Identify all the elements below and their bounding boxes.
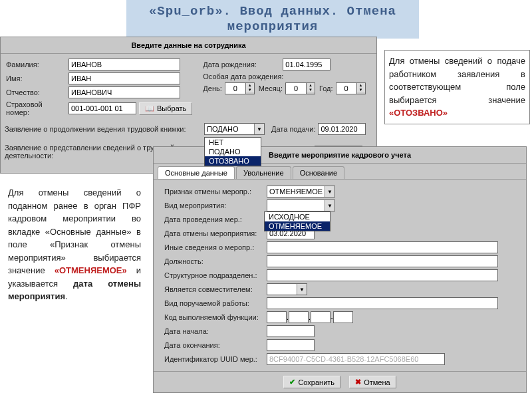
input-func2[interactable] [289, 311, 309, 323]
button-bar: ✔Сохранить ✖Отмена [154, 371, 526, 392]
dd-combined[interactable] [267, 283, 307, 295]
input-uuid [267, 353, 445, 365]
input-start[interactable] [267, 325, 315, 337]
spin-month[interactable]: ▲▼ [285, 82, 315, 94]
lbl-day: День: [203, 84, 224, 92]
lbl-func: Код выполняемой функции: [164, 313, 267, 321]
lbl-combined: Является совместителем: [164, 285, 267, 293]
lbl-month: Месяц: [259, 84, 285, 92]
input-assigned[interactable] [267, 297, 498, 309]
lbl-position: Должность: [164, 257, 267, 265]
input-func3[interactable] [311, 311, 331, 323]
note-right: Для отмены сведений о подаче работником … [384, 50, 530, 124]
input-position[interactable] [267, 255, 498, 267]
up-icon[interactable]: ▲ [307, 83, 315, 88]
spin-year[interactable]: ▲▼ [336, 82, 366, 94]
lbl-uuid: Идентификатор UUID мер.: [164, 355, 267, 363]
dd-type[interactable] [267, 200, 335, 211]
up-icon[interactable]: ▲ [357, 83, 365, 88]
lbl-surname: Фамилия: [6, 61, 68, 68]
input-snils[interactable] [68, 102, 136, 114]
lbl-end: Дата окончания: [164, 341, 267, 349]
down-icon[interactable]: ▼ [307, 88, 315, 92]
dd-cancelflag[interactable]: ОТМЕНЯЕМОЕ [267, 186, 335, 198]
down-icon[interactable]: ▼ [357, 88, 365, 92]
lbl-start: Дата начала: [164, 327, 267, 335]
dd-opt[interactable]: ИСХОДНОЕ [265, 212, 330, 221]
input-year[interactable] [336, 82, 357, 94]
win1-title: Введите данные на сотрудника [1, 37, 376, 54]
window-event: Введите мероприятие кадрового учета Осно… [153, 146, 527, 393]
lbl-date-cancel: Дата отмены мероприятия: [164, 229, 267, 237]
input-func1[interactable] [267, 311, 287, 323]
lbl-name: Имя: [6, 74, 68, 82]
input-date1[interactable] [318, 123, 366, 135]
lbl-patronymic: Отчество: [6, 88, 68, 96]
cancel-button[interactable]: ✖Отмена [349, 376, 396, 388]
x-icon: ✖ [355, 378, 361, 386]
save-button[interactable]: ✔Сохранить [283, 376, 340, 388]
dd-stmt2-list[interactable]: НЕТ ПОДАНО ОТОЗВАНО [204, 137, 261, 166]
panel-main: Признак отмены меропр.: ОТМЕНЯЕМОЕ Вид м… [154, 180, 526, 371]
note-left: Для отмены сведений о поданном ранее в о… [8, 186, 141, 303]
dd-opt[interactable]: НЕТ [205, 138, 261, 147]
input-surname[interactable] [68, 59, 180, 70]
lbl-assigned: Вид поручаемой работы: [164, 299, 267, 307]
lbl-year: Год: [319, 84, 336, 92]
lbl-cancelflag: Признак отмены меропр.: [164, 188, 267, 196]
input-end[interactable] [267, 339, 315, 351]
book-icon: 📖 [145, 104, 154, 113]
input-name[interactable] [68, 72, 180, 84]
dd-opt-selected[interactable]: ОТМЕНЯЕМОЕ [265, 221, 330, 231]
spin-day[interactable]: ▲▼ [225, 82, 255, 94]
tab-dismissal[interactable]: Увольнение [236, 166, 291, 179]
lbl-type: Вид мероприятия: [164, 201, 267, 209]
hl-otozvano: «ОТОЗВАНО» [389, 108, 448, 118]
dd-stmt1[interactable]: ПОДАНО [204, 123, 265, 135]
slide-title: «Spu_orb». Ввод данных. Отмена мероприят… [126, 0, 419, 39]
input-other[interactable] [267, 241, 498, 253]
down-icon[interactable]: ▼ [246, 88, 254, 92]
lbl-date-event: Дата проведения мер.: [164, 215, 267, 223]
select-label: Выбрать [157, 104, 186, 112]
lbl-birth: Дата рождения: [203, 61, 283, 68]
input-birth[interactable] [283, 59, 331, 70]
lbl-date1: Дата подачи: [271, 125, 318, 133]
save-label: Сохранить [298, 378, 334, 386]
lbl-other: Иные сведения о меропр.: [164, 243, 267, 251]
up-icon[interactable]: ▲ [246, 83, 254, 88]
input-patronymic[interactable] [68, 86, 180, 98]
lbl-stmt1: Заявление о продолжении ведения трудовой… [5, 125, 204, 133]
check-icon: ✔ [289, 378, 295, 386]
dd-opt[interactable]: ПОДАНО [205, 147, 261, 156]
lbl-special: Особая дата рождения: [203, 72, 286, 80]
select-button[interactable]: 📖Выбрать [139, 102, 192, 115]
input-func4[interactable] [333, 311, 353, 323]
tab-reason[interactable]: Основание [293, 166, 344, 179]
hl-otmen: «ОТМЕНЯЕМОЕ» [55, 265, 127, 275]
lbl-dept: Структурное подразделен.: [164, 271, 267, 279]
input-dept[interactable] [267, 269, 498, 281]
dd-type-list[interactable]: ИСХОДНОЕ ОТМЕНЯЕМОЕ [264, 211, 331, 231]
cancel-label: Отмена [364, 378, 390, 386]
lbl-snils: Страховой номер: [6, 100, 68, 116]
input-day[interactable] [225, 82, 246, 94]
dd-opt-selected[interactable]: ОТОЗВАНО [205, 156, 261, 166]
input-month[interactable] [285, 82, 307, 94]
tab-main[interactable]: Основные данные [158, 166, 235, 179]
